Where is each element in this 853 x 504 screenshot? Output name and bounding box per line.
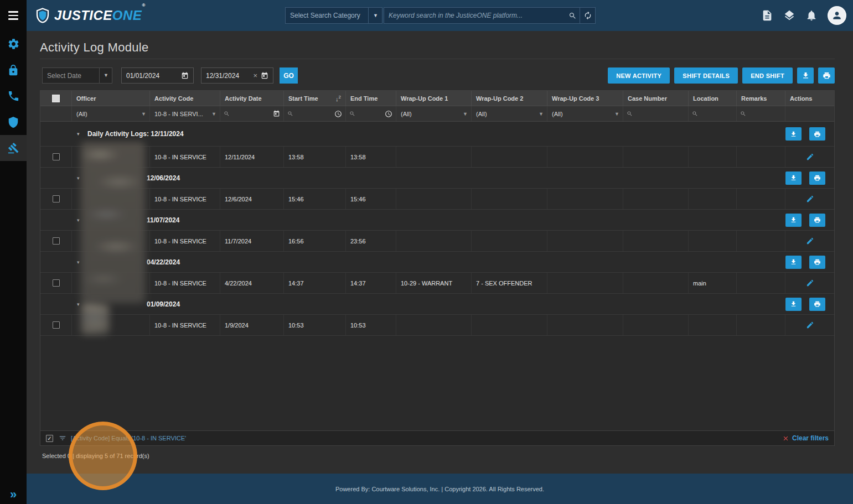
filter-activity-code[interactable]: 10-8 - IN SERVI...▼ xyxy=(150,106,220,121)
column-header-wrap-up-code-3[interactable]: Wrap-Up Code 3 xyxy=(547,91,623,106)
row-checkbox[interactable] xyxy=(53,237,60,245)
sidebar-item-security[interactable] xyxy=(0,57,27,83)
row-checkbox[interactable] xyxy=(53,195,60,202)
collapse-caret-icon[interactable]: ▾ xyxy=(77,217,80,223)
case-number-cell xyxy=(623,189,689,209)
edit-activity-button[interactable] xyxy=(806,237,814,245)
column-header-activity-code[interactable]: Activity Code xyxy=(150,91,220,106)
notifications-button[interactable] xyxy=(805,9,818,22)
calendar-icon[interactable] xyxy=(181,72,189,80)
edit-activity-button[interactable] xyxy=(806,195,814,203)
group-download-button[interactable] xyxy=(785,127,802,141)
filter-end-time[interactable] xyxy=(346,106,396,121)
select-date-dropdown[interactable]: Select Date ▼ xyxy=(42,67,112,84)
clear-date-icon[interactable]: × xyxy=(253,71,257,80)
row-checkbox[interactable] xyxy=(53,279,60,287)
filter-activity-date[interactable] xyxy=(220,106,284,121)
filter-value: (All) xyxy=(72,111,87,117)
wrap-up-code-3-cell xyxy=(547,147,623,167)
justiceone-logo[interactable]: JUSTICEONE® xyxy=(34,0,146,31)
sidebar-item-shield[interactable] xyxy=(0,109,27,135)
shift-details-button[interactable]: SHIFT DETAILS xyxy=(674,67,738,84)
column-header-remarks[interactable]: Remarks xyxy=(737,91,785,106)
column-header-location[interactable]: Location xyxy=(689,91,737,106)
filter-actions xyxy=(785,106,834,121)
search-icon xyxy=(224,111,230,117)
user-avatar[interactable] xyxy=(828,6,846,25)
collapse-caret-icon[interactable]: ▾ xyxy=(77,259,80,265)
filter-enabled-checkbox[interactable]: ✓ xyxy=(46,435,53,442)
filter-officer[interactable]: (All)▼ xyxy=(72,106,150,121)
column-header-wrap-up-code-1[interactable]: Wrap-Up Code 1 xyxy=(396,91,472,106)
location-cell xyxy=(689,189,737,209)
group-download-button[interactable] xyxy=(785,172,802,185)
print-button[interactable] xyxy=(818,67,835,84)
wrap-up-code-3-cell xyxy=(547,315,623,335)
group-print-button[interactable] xyxy=(809,256,825,269)
collapse-caret-icon[interactable]: ▾ xyxy=(77,175,80,181)
grid-header-row: OfficerActivity CodeActivity DateStart T… xyxy=(40,91,834,106)
search-icon[interactable] xyxy=(568,12,577,20)
group-download-button[interactable] xyxy=(785,298,802,311)
filter-remarks[interactable] xyxy=(737,106,785,121)
row-checkbox[interactable] xyxy=(53,153,60,160)
collapse-caret-icon[interactable]: ▾ xyxy=(77,302,80,307)
go-button[interactable]: GO xyxy=(280,67,298,84)
global-search-input[interactable] xyxy=(384,8,568,23)
filter-case-number[interactable] xyxy=(623,106,689,121)
phone-icon xyxy=(7,90,20,102)
export-download-button[interactable] xyxy=(797,67,814,84)
edit-activity-button[interactable] xyxy=(806,279,814,287)
menu-button[interactable] xyxy=(0,0,27,31)
group-row: ▾04/22/2024 xyxy=(40,252,834,273)
global-search-box xyxy=(384,7,596,24)
group-print-button[interactable] xyxy=(809,172,825,185)
group-download-button[interactable] xyxy=(785,256,802,269)
sort-indicator: ↓2 xyxy=(335,95,341,102)
sidebar-expand-button[interactable]: » xyxy=(0,486,27,503)
calendar-icon[interactable] xyxy=(261,72,268,80)
new-activity-button[interactable]: NEW ACTIVITY xyxy=(608,67,670,84)
filter-start-time[interactable] xyxy=(284,106,346,121)
column-header-end-time[interactable]: End Time xyxy=(346,91,396,106)
column-header-case-number[interactable]: Case Number xyxy=(623,91,689,106)
date-from-field[interactable]: 01/01/2024 xyxy=(121,67,194,84)
group-download-button[interactable] xyxy=(785,214,802,227)
row-checkbox[interactable] xyxy=(53,321,60,329)
column-header-activity-date[interactable]: Activity Date xyxy=(220,91,284,106)
filter-wrap-up-code-3[interactable]: (All)▼ xyxy=(547,106,623,121)
search-category-dropdown[interactable]: Select Search Category ▼ xyxy=(285,7,382,24)
start-time-cell: 14:37 xyxy=(284,273,346,293)
group-print-button[interactable] xyxy=(809,214,825,227)
refresh-icon xyxy=(583,11,592,20)
edit-activity-button[interactable] xyxy=(806,321,814,329)
filter-wrap-up-code-2[interactable]: (All)▼ xyxy=(472,106,547,121)
location-cell: main xyxy=(689,273,737,293)
group-print-button[interactable] xyxy=(809,127,825,141)
column-header-wrap-up-code-2[interactable]: Wrap-Up Code 2 xyxy=(472,91,547,106)
filter-location[interactable] xyxy=(689,106,737,121)
select-all-header[interactable] xyxy=(40,91,72,106)
collapse-caret-icon[interactable]: ▾ xyxy=(77,131,80,137)
sidebar-item-phone[interactable] xyxy=(0,83,27,109)
edit-activity-button[interactable] xyxy=(806,153,814,161)
column-header-start-time[interactable]: Start Time↓2 xyxy=(284,91,346,106)
column-header-officer[interactable]: Officer xyxy=(72,91,150,106)
gear-icon xyxy=(7,38,20,50)
select-all-checkbox[interactable] xyxy=(52,95,60,102)
sidebar-item-activity-log[interactable] xyxy=(0,135,27,161)
end-shift-button[interactable]: END SHIFT xyxy=(742,67,793,84)
column-header-actions[interactable]: Actions xyxy=(785,91,834,106)
date-to-field[interactable]: 12/31/2024 × xyxy=(201,67,273,84)
main-content: Activity Log Module Select Date ▼ 01/01/… xyxy=(27,31,853,504)
notes-button[interactable] xyxy=(761,9,773,22)
sidebar-item-settings[interactable] xyxy=(0,31,27,57)
clear-filters-button[interactable]: Clear filters xyxy=(782,434,829,442)
group-print-button[interactable] xyxy=(809,298,825,311)
grid-filter-row: (All)▼10-8 - IN SERVI...▼(All)▼(All)▼(Al… xyxy=(40,106,834,122)
activity-code-cell: 10-8 - IN SERVICE xyxy=(150,231,220,251)
wrap-up-code-3-cell xyxy=(547,231,623,251)
refresh-button[interactable] xyxy=(580,8,595,23)
layers-button[interactable] xyxy=(783,9,795,22)
filter-wrap-up-code-1[interactable]: (All)▼ xyxy=(396,106,472,121)
